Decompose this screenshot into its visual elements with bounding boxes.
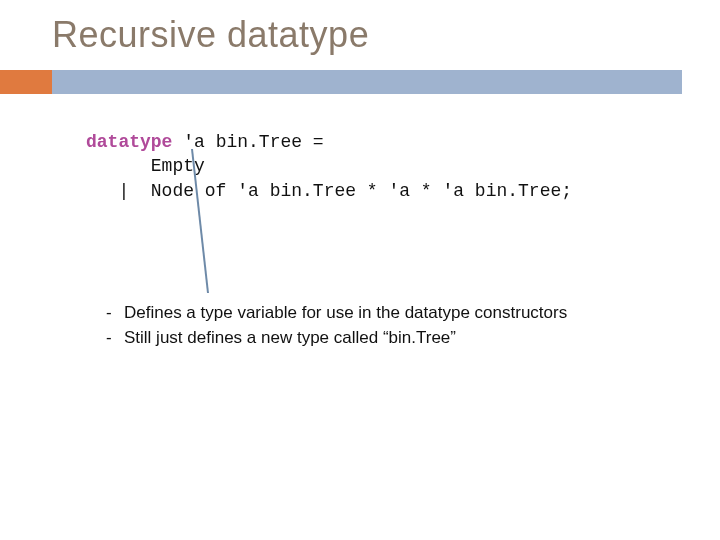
slide: Recursive datatype datatype 'a bin.Tree … (0, 0, 720, 540)
slide-title: Recursive datatype (52, 14, 369, 56)
code-keyword: datatype (86, 132, 172, 152)
bullet-item: Still just defines a new type called “bi… (100, 327, 660, 350)
bullet-list: Defines a type variable for use in the d… (100, 302, 660, 352)
divider-accent (0, 70, 52, 94)
code-block: datatype 'a bin.Tree = Empty | Node of '… (86, 130, 572, 203)
code-line-2: Empty (86, 156, 205, 176)
code-line-1: 'a bin.Tree = (172, 132, 323, 152)
divider-bar (52, 70, 682, 94)
code-line-3: | Node of 'a bin.Tree * 'a * 'a bin.Tree… (86, 181, 572, 201)
bullet-item: Defines a type variable for use in the d… (100, 302, 660, 325)
